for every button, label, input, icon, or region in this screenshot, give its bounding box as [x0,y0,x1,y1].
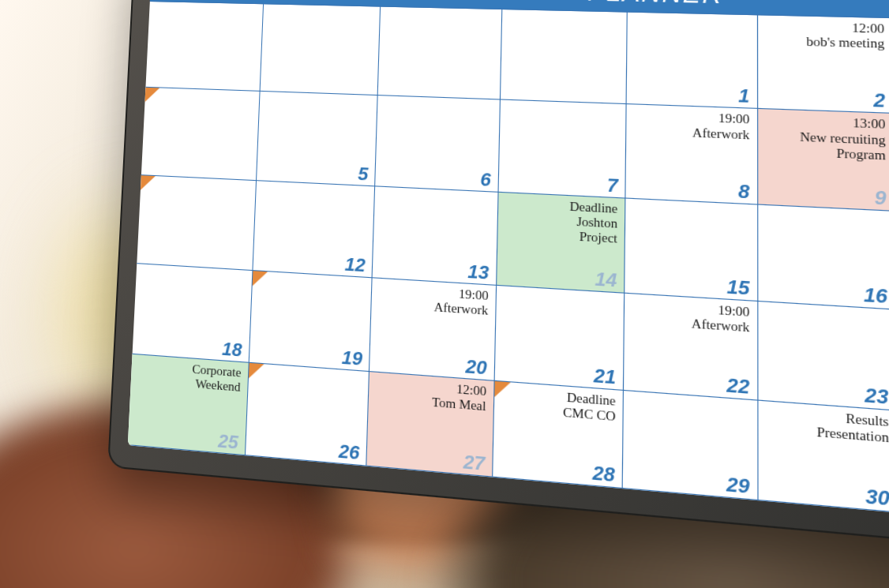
day-number: 1 [738,87,749,107]
calendar-cell[interactable]: 7 [497,99,627,199]
event-text: 19:00 Afterwork [433,286,488,319]
calendar-cell[interactable]: 19:00 Afterwork8 [625,103,758,204]
calendar-cell[interactable]: 15 [624,197,758,301]
corner-marker-icon [144,88,159,103]
calendar-cell[interactable]: 13:00 New recruiting Program9 [757,108,889,211]
day-number: 18 [222,339,242,359]
event-text: 19:00 Afterwork [692,301,750,336]
day-number: 16 [864,286,887,307]
corner-marker-icon [494,380,511,398]
corner-marker-icon [252,271,267,287]
calendar-cell[interactable]: Deadline Joshton Project14 [496,192,626,294]
calendar-cell[interactable] [141,87,260,181]
laptop-screen: CALENDAR · PLANNER 112:00 bob's meeting2… [128,0,889,526]
event-text: 12:00 Tom Meal [432,380,486,414]
day-number: 21 [594,365,616,387]
day-number: 20 [465,357,487,377]
calendar-cell[interactable]: 6 [374,95,500,192]
calendar-cell[interactable] [500,9,628,105]
corner-marker-icon [141,175,156,190]
day-number: 23 [865,385,888,407]
calendar-cell[interactable]: Results Presentation30 [757,399,889,513]
day-number: 19 [341,348,362,369]
calendar-cell[interactable]: 19 [248,270,373,372]
event-text: 12:00 bob's meeting [806,20,884,52]
event-text: Deadline Joshton Project [569,199,618,246]
calendar-cell[interactable]: 5 [256,91,378,186]
calendar-cell[interactable]: Corporate Weekend25 [128,353,249,455]
calendar-cell[interactable] [136,174,256,271]
calendar-cell[interactable] [259,3,381,96]
calendar-cell[interactable]: 21 [493,285,625,391]
calendar-cell[interactable]: 23 [757,301,889,410]
day-number: 22 [726,375,749,397]
calendar-cell[interactable]: Deadline CMC CO28 [492,380,625,489]
day-number: 14 [595,270,617,290]
calendar-cell[interactable]: 13 [372,185,499,286]
day-number: 30 [865,486,889,509]
calendar-cell[interactable]: 12 [252,180,375,279]
day-number: 29 [726,474,749,496]
day-number: 26 [338,442,359,463]
calendar-cell[interactable]: 19:00 Afterwork20 [369,277,497,380]
calendar-cell[interactable]: 12:00 Tom Meal27 [366,371,494,478]
day-number: 12 [344,255,366,275]
calendar-cell[interactable]: 18 [132,263,253,362]
calendar-grid: 112:00 bob's meeting2356719:00 Afterwork… [128,2,889,526]
event-text: 19:00 Afterwork [692,110,750,143]
calendar-cell[interactable]: 12:00 bob's meeting2 [757,14,889,114]
day-number: 28 [592,463,615,485]
day-number: 6 [480,170,491,189]
day-number: 8 [738,182,749,201]
event-text: 13:00 New recruiting Program [800,114,886,163]
calendar-cell[interactable]: 29 [622,389,758,500]
calendar-cell[interactable] [377,6,502,100]
calendar-cell[interactable]: 19:00 Afterwork22 [623,293,758,400]
day-number: 27 [463,452,486,474]
calendar-cell[interactable]: 26 [244,361,369,466]
corner-marker-icon [249,362,264,379]
day-number: 13 [467,263,489,283]
day-number: 15 [727,277,750,298]
event-text: Corporate Weekend [191,361,241,395]
calendar-cell[interactable] [144,1,263,92]
day-number: 9 [874,188,886,208]
day-number: 7 [607,176,618,196]
event-text: Deadline CMC CO [563,389,616,424]
day-number: 2 [873,91,885,110]
calendar-cell[interactable]: 16 [757,204,889,310]
day-number: 25 [218,432,238,452]
day-number: 5 [358,165,369,184]
laptop: CALENDAR · PLANNER 112:00 bob's meeting2… [107,0,889,555]
calendar-cell[interactable]: 1 [626,11,758,109]
event-text: Results Presentation [816,408,889,446]
